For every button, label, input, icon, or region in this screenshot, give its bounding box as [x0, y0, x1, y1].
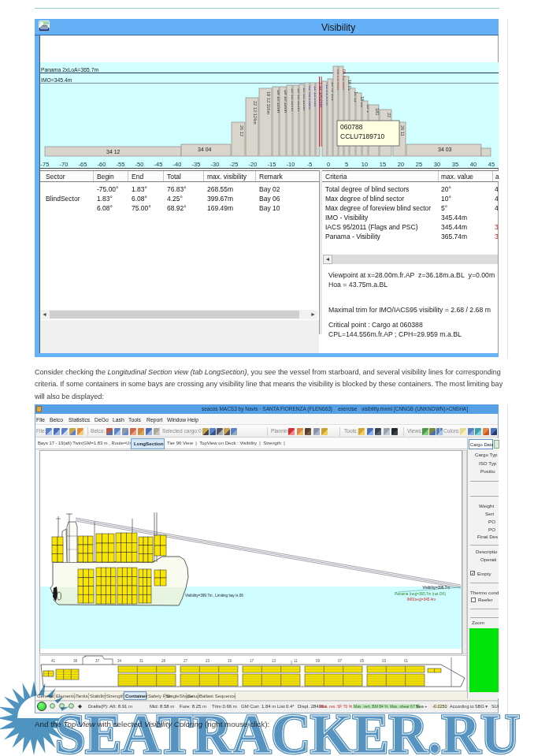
svg-text:Panama (req)=365.7m (not OK): Panama (req)=365.7m (not OK) [395, 592, 446, 596]
svg-text:34: 34 [117, 659, 122, 663]
svg-text:37: 37 [95, 659, 100, 663]
svg-text:26 11: 26 11 [400, 125, 405, 136]
svg-text:5: 5 [345, 161, 348, 168]
svg-text:-75: -75 [41, 161, 50, 168]
svg-text:CCLU7189710: CCLU7189710 [340, 132, 385, 140]
svg-text:35: 35 [452, 161, 458, 168]
svg-text:22: 22 [387, 113, 391, 117]
svg-text:34 03: 34 03 [438, 147, 452, 152]
svg-text:05: 05 [360, 659, 365, 663]
svg-text:-50: -50 [135, 161, 144, 168]
svg-text:-25: -25 [230, 161, 239, 168]
svg-text:07: 07 [338, 659, 343, 663]
svg-text:0: 0 [327, 161, 330, 168]
svg-text:27: 27 [184, 659, 188, 663]
svg-text:20: 20 [398, 161, 404, 168]
svg-text:-10: -10 [287, 161, 295, 168]
svg-text:-30: -30 [211, 161, 220, 168]
svg-text:-60: -60 [98, 161, 106, 168]
svg-text:13: 13 [272, 659, 276, 663]
svg-text:34 04: 34 04 [198, 147, 212, 152]
svg-text:-70: -70 [60, 161, 69, 168]
svg-text:181: 181 [375, 108, 380, 115]
svg-text:38: 38 [73, 659, 78, 663]
svg-text:11: 11 [294, 659, 298, 663]
svg-text:10: 10 [362, 161, 368, 168]
svg-text:-20: -20 [249, 161, 258, 168]
svg-text:45: 45 [488, 161, 495, 168]
svg-text:25: 25 [416, 161, 422, 168]
svg-text:-45: -45 [154, 161, 163, 168]
svg-text:31: 31 [139, 659, 144, 663]
svg-text:23: 23 [206, 659, 210, 663]
svg-text:-40: -40 [173, 161, 182, 168]
svg-text:-55: -55 [117, 161, 125, 168]
svg-text:15: 15 [380, 161, 386, 168]
svg-text:IMO(req)=345.4m: IMO(req)=345.4m [407, 598, 436, 601]
svg-text:01: 01 [404, 659, 409, 663]
svg-text:-15: -15 [268, 161, 276, 168]
svg-text:SEATRACKER.RU: SEATRACKER.RU [55, 702, 520, 756]
svg-text:Panama 2xLoA=365.7m: Panama 2xLoA=365.7m [41, 67, 98, 73]
svg-text:-65: -65 [79, 161, 87, 168]
svg-text:30: 30 [434, 161, 440, 168]
svg-text:-5: -5 [307, 161, 313, 168]
svg-text:41: 41 [51, 659, 56, 663]
svg-text:03: 03 [382, 659, 387, 663]
svg-text:Visibility=399.7m: Visibility=399.7m [422, 586, 450, 590]
svg-text:09: 09 [316, 659, 321, 663]
svg-text:28: 28 [161, 659, 166, 663]
svg-text:26 12: 26 12 [239, 125, 244, 136]
svg-text:060788: 060788 [340, 123, 363, 131]
svg-text:40: 40 [470, 161, 477, 168]
svg-text:Visibility=399.7m , Limiting b: Visibility=399.7m , Limiting bay is 06 [185, 594, 243, 598]
svg-text:34 12: 34 12 [106, 149, 121, 155]
svg-text:IMO=345.4m: IMO=345.4m [41, 77, 72, 83]
svg-text:22 12:124m: 22 12:124m [253, 101, 258, 125]
svg-text:17: 17 [250, 659, 254, 663]
svg-text:-35: -35 [192, 161, 201, 168]
svg-text:18 12:116m: 18 12:116m [266, 91, 271, 114]
svg-text:19: 19 [228, 659, 232, 663]
